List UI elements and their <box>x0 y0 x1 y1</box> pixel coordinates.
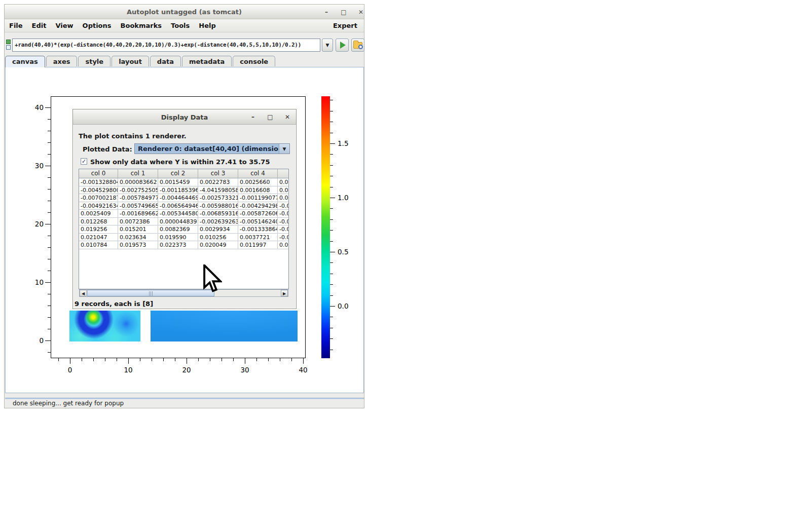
scrollbar-thumb[interactable] <box>87 290 214 296</box>
table-cell[interactable]: -0.002752505... <box>118 186 158 194</box>
table-cell[interactable]: 0.012268 <box>79 218 118 225</box>
table-cell[interactable]: 0.023634 <box>118 234 158 241</box>
table-cell[interactable]: -0.00 <box>278 202 289 210</box>
table-cell[interactable]: -0.005784977... <box>118 194 158 202</box>
table-row[interactable]: 0.0210470.0236340.0195900.0102560.003772… <box>79 234 288 242</box>
table-cell[interactable]: 0.019256 <box>79 225 118 233</box>
table-cell[interactable]: -0.00 <box>278 234 289 241</box>
table-cell[interactable]: 0.0082369 <box>158 225 198 233</box>
tab-style[interactable]: style <box>78 56 110 66</box>
table-header-cell[interactable]: col 2 <box>158 169 198 178</box>
scroll-left-icon[interactable]: ◀ <box>80 290 87 296</box>
filter-y-checkbox[interactable]: ✓ <box>81 158 87 165</box>
menu-item-options[interactable]: Options <box>78 19 116 32</box>
table-row[interactable]: -0.001328804...0.0000836620.00154590.002… <box>79 178 288 186</box>
table-cell[interactable]: 0.00 <box>278 194 289 202</box>
table-cell[interactable]: -0.005146240... <box>238 218 278 225</box>
close-icon[interactable]: ✕ <box>356 8 366 17</box>
table-row[interactable]: -0.004921634...-0.005749665...-0.0065649… <box>79 202 288 210</box>
titlebar[interactable]: Autoplot untagged (as tomcat) – □ ✕ <box>5 5 364 19</box>
table-cell[interactable]: 0.00 <box>278 186 289 194</box>
tab-metadata[interactable]: metadata <box>182 56 232 66</box>
table-header-cell[interactable] <box>278 169 289 178</box>
maximize-icon[interactable]: □ <box>339 8 349 17</box>
minimize-icon[interactable]: – <box>321 8 331 17</box>
tab-layout[interactable]: layout <box>112 56 149 66</box>
dialog-titlebar[interactable]: Display Data – □ ✕ <box>73 109 296 125</box>
menu-item-bookmarks[interactable]: Bookmarks <box>116 19 167 32</box>
menu-item-view[interactable]: View <box>51 19 78 32</box>
menu-item-tools[interactable]: Tools <box>166 19 194 32</box>
dialog-close-icon[interactable]: ✕ <box>282 112 292 122</box>
table-cell[interactable]: -0.001333864... <box>238 225 278 233</box>
table-cell[interactable]: 0.000044839 <box>158 218 198 225</box>
table-cell[interactable]: 0.010784 <box>79 241 118 249</box>
table-cell[interactable]: 0.022373 <box>158 241 198 249</box>
horizontal-scrollbar[interactable]: ◀ ▶ <box>79 289 288 297</box>
table-cell[interactable]: -0.001689662... <box>118 210 158 217</box>
expert-mode-label[interactable]: Expert <box>326 22 364 29</box>
table-cell[interactable]: 0.0029934 <box>198 225 238 233</box>
scroll-right-icon[interactable]: ▶ <box>281 290 288 296</box>
dialog-minimize-icon[interactable]: – <box>248 112 258 122</box>
table-cell[interactable]: -0.00 <box>278 225 289 233</box>
inspect-uri-button[interactable] <box>351 39 364 52</box>
tab-console[interactable]: console <box>233 56 275 66</box>
table-cell[interactable]: 0.0025409 <box>79 210 118 217</box>
table-cell[interactable]: -0.001328804... <box>79 178 118 186</box>
table-header-cell[interactable]: col 1 <box>118 169 158 178</box>
table-cell[interactable]: -0.002639263... <box>198 218 238 225</box>
table-cell[interactable]: 0.0022783 <box>198 178 238 186</box>
table-cell[interactable]: 0.000083662 <box>118 178 158 186</box>
table-row[interactable]: 0.0025409-0.001689662...-0.005344580...-… <box>79 210 288 218</box>
dialog-maximize-icon[interactable]: □ <box>265 112 275 122</box>
table-header-cell[interactable]: col 4 <box>238 169 278 178</box>
table-cell[interactable]: -0.006859316... <box>198 210 238 217</box>
table-cell[interactable]: 0.0015459 <box>158 178 198 186</box>
table-cell[interactable]: -0.004294298... <box>238 202 278 210</box>
uri-dropdown-button[interactable]: ▼ <box>322 39 333 52</box>
table-cell[interactable]: -0.002573321... <box>198 194 238 202</box>
table-cell[interactable]: -0.005344580... <box>158 210 198 217</box>
table-header-cell[interactable]: col 3 <box>198 169 238 178</box>
table-cell[interactable]: -0.004921634... <box>79 202 118 210</box>
table-cell[interactable]: 0.011997 <box>238 241 278 249</box>
table-cell[interactable]: 0.020049 <box>198 241 238 249</box>
table-cell[interactable]: -0.00 <box>278 210 289 217</box>
plotted-data-select[interactable]: Renderer 0: dataset[40,40] (dimension...… <box>134 143 290 154</box>
table-row[interactable]: 0.0107840.0195730.0223730.0200490.011997… <box>79 241 288 249</box>
table-cell[interactable]: -0.004529800... <box>79 186 118 194</box>
table-cell[interactable]: -0.001199077... <box>238 194 278 202</box>
table-row[interactable]: 0.0122680.00723860.000044839-0.002639263… <box>79 218 288 226</box>
table-cell[interactable]: 0.0025660 <box>238 178 278 186</box>
table-cell[interactable]: 0.021047 <box>79 234 118 241</box>
table-cell[interactable]: -0.005872606... <box>238 210 278 217</box>
table-cell[interactable]: -0.001185396... <box>158 186 198 194</box>
table-header-cell[interactable]: col 0 <box>79 169 118 178</box>
table-cell[interactable]: 0.00 <box>278 241 289 249</box>
table-cell[interactable]: 0.019573 <box>118 241 158 249</box>
table-cell[interactable]: -0.007002187... <box>79 194 118 202</box>
menu-item-file[interactable]: File <box>5 19 27 32</box>
table-cell[interactable]: -0.00 <box>278 218 289 225</box>
tab-axes[interactable]: axes <box>46 56 78 66</box>
table-row[interactable]: -0.004529800...-0.002752505...-0.0011853… <box>79 186 288 195</box>
table-cell[interactable]: -0.005749665... <box>118 202 158 210</box>
table-cell[interactable]: 0.0072386 <box>118 218 158 225</box>
table-cell[interactable]: 0.019590 <box>158 234 198 241</box>
table-cell[interactable]: 0.010256 <box>198 234 238 241</box>
table-cell[interactable]: 0.00 <box>278 178 289 186</box>
table-cell[interactable]: 0.0037721 <box>238 234 278 241</box>
data-table[interactable]: col 0col 1col 2col 3col 4-0.001328804...… <box>79 169 289 289</box>
table-cell[interactable]: 0.0016608 <box>238 186 278 194</box>
table-cell[interactable]: -0.004464469... <box>158 194 198 202</box>
go-button[interactable] <box>336 39 349 52</box>
table-cell[interactable]: -4.041598058... <box>198 186 238 194</box>
table-cell[interactable]: 0.015201 <box>118 225 158 233</box>
table-cell[interactable]: -0.005988016... <box>198 202 238 210</box>
menu-item-edit[interactable]: Edit <box>27 19 51 32</box>
tab-canvas[interactable]: canvas <box>5 56 45 67</box>
table-row[interactable]: 0.0192560.0152010.00823690.0029934-0.001… <box>79 225 288 234</box>
uri-input[interactable]: +rand(40,40)*(exp(-distance(40,40,20,20,… <box>12 39 320 52</box>
menu-item-help[interactable]: Help <box>194 19 220 32</box>
